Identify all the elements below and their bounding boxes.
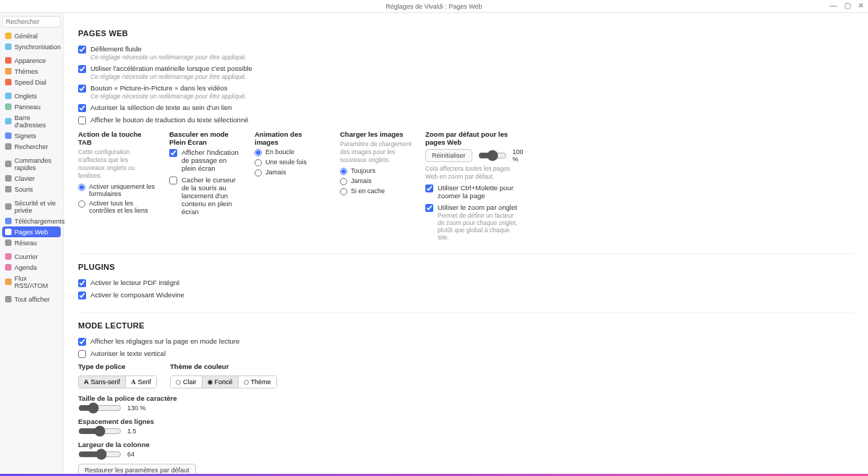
pw-opt-1-desc: Ce réglage nécessite un redémarrage pour… [90, 73, 252, 80]
tab-opt-0-radio[interactable] [78, 184, 85, 191]
sidebar-item-synchronisation[interactable]: Synchronisation [2, 41, 61, 52]
group-color-theme: Thème de couleur Clair Foncé Thème [170, 362, 277, 388]
sidebar-item-signets[interactable]: Signets [2, 130, 61, 141]
theme-dark-button[interactable]: Foncé [203, 375, 239, 388]
tab-opt-0-label: Activer uniquement les formulaires [89, 183, 156, 197]
group-zoom: Zoom par défaut pour les pages Web Réini… [425, 130, 519, 245]
sidebar-item-label: Speed Dial [14, 79, 46, 86]
sidebar-item-pages-web[interactable]: Pages Web [2, 226, 61, 237]
group-font-type: Type de police ASans-serif ASerif [78, 362, 157, 388]
search-input[interactable] [2, 16, 61, 27]
sidebar-item-label: Synchronisation [14, 43, 61, 51]
plugin-opt-1-checkbox[interactable] [78, 292, 86, 299]
sidebar-item-s-curit-et-vie-priv-e[interactable]: Sécurité et vie privée [2, 197, 61, 216]
reader-show-checkbox[interactable] [78, 338, 86, 346]
line-spacing-label: Espacement des lignes [78, 417, 854, 425]
sidebar-item-tout-afficher[interactable]: Tout afficher [2, 294, 61, 305]
tab-opt-1-radio[interactable] [78, 200, 85, 208]
zoom-slider[interactable] [478, 152, 507, 159]
zoom-ctrl-checkbox[interactable] [425, 184, 433, 192]
sidebar-item-panneau[interactable]: Panneau [2, 101, 61, 112]
zoom-pertab-checkbox[interactable] [425, 204, 433, 212]
sidebar-item-r-seau[interactable]: Réseau [2, 237, 61, 248]
sidebar-item-rechercher[interactable]: Rechercher [2, 141, 61, 152]
sidebar-item-onglets[interactable]: Onglets [2, 90, 61, 101]
group-title: Zoom par défaut pour les pages Web [425, 130, 519, 146]
pw-opt-3-label: Autoriser la sélection de texte au sein … [90, 103, 232, 111]
pw-opt-2-checkbox[interactable] [78, 85, 86, 93]
plugin-opt-0-checkbox[interactable] [78, 279, 86, 287]
pw-opt-2-desc: Ce réglage nécessite un redémarrage pour… [90, 93, 247, 100]
fs-opt-1-checkbox[interactable] [169, 177, 177, 184]
pw-opt-0-label: Défilement fluide [90, 45, 247, 53]
anim-opt-0-label: En boucle [265, 148, 294, 156]
sidebar-item-commandes-rapides[interactable]: Commandes rapides [2, 155, 61, 173]
pw-opt-1-checkbox[interactable] [78, 65, 86, 73]
ic-speed-icon [5, 79, 12, 85]
load-opt-0-label: Toujours [351, 167, 375, 174]
pw-opt-0-checkbox[interactable] [78, 46, 86, 54]
reader-vert-label: Autoriser le texte vertical [90, 349, 166, 357]
theme-light-button[interactable]: Clair [170, 375, 203, 388]
ic-themes-icon [5, 68, 12, 75]
sidebar-item-barre-d-adresses[interactable]: Barre d'adresses [2, 112, 61, 130]
anim-opt-1-label: Une seule fois [265, 158, 307, 166]
load-opt-1-radio[interactable] [340, 178, 347, 185]
sidebar-item-label: Pages Web [14, 229, 48, 236]
sidebar-item-t-l-chargements[interactable]: Téléchargements [2, 216, 61, 226]
theme-theme-button[interactable]: Thème [239, 375, 277, 388]
anim-opt-1-radio[interactable] [255, 159, 262, 166]
font-sans-button[interactable]: ASans-serif [78, 375, 126, 388]
anim-opt-2-radio[interactable] [255, 169, 262, 177]
sidebar-item-label: Onglets [14, 93, 37, 100]
load-opt-2-radio[interactable] [340, 188, 347, 195]
column-width-slider[interactable] [78, 451, 122, 458]
ic-book-icon [5, 132, 12, 139]
reader-vert-checkbox[interactable] [78, 350, 86, 358]
line-spacing-slider[interactable] [78, 428, 122, 435]
pw-opt-2-label: Bouton « Picture-in-Picture » dans les v… [90, 84, 247, 92]
anim-opt-0-radio[interactable] [255, 149, 262, 156]
ic-net-icon [5, 239, 12, 246]
maximize-icon[interactable]: ▢ [844, 1, 851, 9]
load-opt-0-radio[interactable] [340, 168, 347, 175]
sidebar-item-agenda[interactable]: Agenda [2, 262, 61, 273]
font-size-block: Taille de la police de caractère 130 % [78, 394, 854, 412]
content: PAGES WEB Défilement fluideCe réglage né… [64, 13, 868, 476]
sidebar-item-souris[interactable]: Souris [2, 184, 61, 195]
sidebar-item-apparence[interactable]: Apparence [2, 55, 61, 66]
font-serif-button[interactable]: ASerif [126, 375, 157, 388]
zoom-reset-button[interactable]: Réinitialiser [425, 149, 472, 162]
ic-mouse-icon [5, 186, 12, 192]
ic-appear-icon [5, 57, 12, 64]
font-size-slider[interactable] [78, 404, 122, 412]
sidebar-item-clavier[interactable]: Clavier [2, 173, 61, 184]
sidebar-item-speed-dial[interactable]: Speed Dial [2, 77, 61, 88]
ic-mail-icon [5, 253, 12, 260]
group-sub: Paramètre de chargement des images pour … [340, 140, 412, 164]
font-size-label: Taille de la police de caractère [78, 394, 854, 402]
sidebar-item-label: Signets [14, 132, 36, 140]
pw-opt-4-checkbox[interactable] [78, 116, 86, 124]
section-pages-web: PAGES WEB Défilement fluideCe réglage né… [78, 20, 854, 254]
ic-priv-icon [5, 203, 12, 210]
ic-rss-icon [5, 279, 12, 285]
sidebar-item-courrier[interactable]: Courrier [2, 251, 61, 262]
fs-opt-0-checkbox[interactable] [169, 149, 177, 157]
group-title: Basculer en mode Plein Écran [169, 130, 242, 146]
group-title: Charger les images [340, 130, 412, 138]
reader-show-label: Afficher les réglages sur la page en mod… [90, 337, 239, 345]
window-title: Réglages de Vivaldi : Pages Web [386, 3, 482, 10]
section-plugins: PLUGINS Activer le lecteur PDF intégréAc… [78, 254, 854, 313]
close-icon[interactable]: ✕ [858, 1, 864, 9]
plugin-opt-0-label: Activer le lecteur PDF intégré [90, 279, 180, 286]
minimize-icon[interactable]: — [830, 1, 837, 9]
sidebar-item-label: Sécurité et vie privée [14, 200, 58, 214]
pw-opt-1-label: Utiliser l'accélération matérielle lorsq… [90, 64, 252, 72]
column-width-label: Largeur de la colonne [78, 441, 854, 449]
sidebar-item-th-mes[interactable]: Thèmes [2, 66, 61, 77]
sidebar-item-g-n-ral[interactable]: Général [2, 30, 61, 41]
ic-kbd-icon [5, 175, 12, 182]
pw-opt-3-checkbox[interactable] [78, 104, 86, 112]
sidebar-item-flux-rss-atom[interactable]: Flux RSS/ATOM [2, 273, 61, 291]
